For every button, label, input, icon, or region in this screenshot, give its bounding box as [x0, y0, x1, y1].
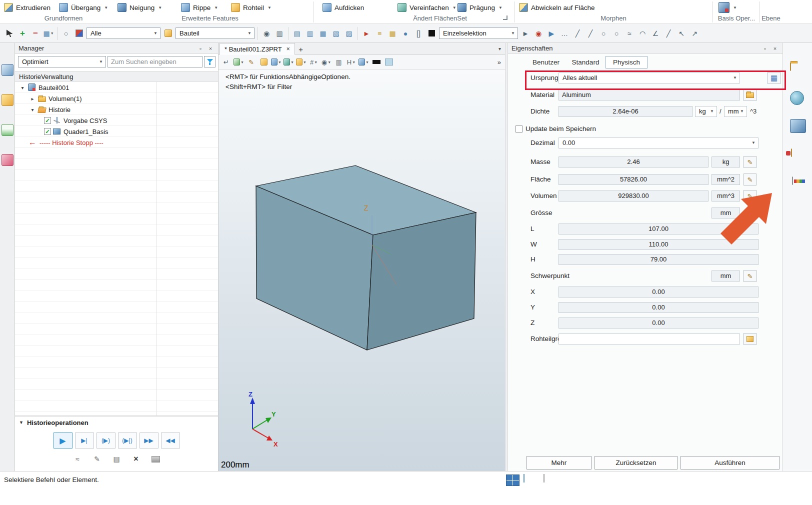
history-stop-arrow-icon[interactable]: ← [28, 138, 36, 147]
zuruecksetzen-button[interactable]: Zurücksetzen [594, 456, 678, 470]
checkbox-checked[interactable]: ✓ [44, 117, 51, 124]
arc-tool-icon[interactable]: ◠ [637, 28, 648, 39]
chevron-down-icon[interactable]: ▼ [104, 6, 108, 10]
flaeche-field[interactable]: 57826.00 [558, 174, 708, 185]
step-forward-button[interactable]: (▶) [96, 432, 116, 448]
history-operations-header[interactable]: ▼ Historieoperationen [15, 416, 218, 428]
table-view-icon[interactable] [506, 474, 520, 486]
grid-toggle-icon[interactable]: #▼ [308, 57, 319, 68]
step-to-button[interactable]: (▶|) [118, 432, 137, 448]
mass-unit-combo[interactable]: kg▼ [695, 106, 717, 117]
pick-last-icon[interactable]: ► [361, 28, 372, 39]
rohteil-field[interactable] [558, 334, 740, 344]
slash-tool-icon[interactable]: ╱ [663, 28, 674, 39]
material-field[interactable]: Aluminum [558, 90, 740, 100]
display-wireframe-icon[interactable]: ▥ [304, 28, 316, 39]
x-field[interactable]: 0.00 [558, 286, 758, 298]
filter-all-combo[interactable]: Alle▼ [86, 28, 160, 39]
render-image-icon[interactable] [2, 124, 14, 136]
masse-field[interactable]: 2.46 [558, 156, 708, 168]
monitor-view-icon[interactable] [524, 474, 524, 482]
library-box-icon[interactable] [790, 119, 806, 133]
snap-point-icon[interactable]: ◉ [533, 28, 544, 39]
ursprung-select[interactable]: Alles aktuell▼ [558, 72, 740, 84]
chevron-down-icon[interactable]: ▼ [268, 6, 272, 10]
fast-forward-button[interactable]: ▶▶ [140, 432, 158, 448]
ribbon-item-rippe[interactable]: Rippe ▼ [181, 2, 218, 13]
history-manager-icon[interactable] [2, 64, 14, 76]
close-icon[interactable]: × [206, 44, 214, 52]
delete-icon[interactable]: × [128, 452, 144, 466]
display-shaded-icon[interactable]: ▤ [292, 28, 302, 39]
section-view-icon[interactable]: H▼ [346, 57, 356, 68]
background-bar-icon[interactable] [371, 57, 382, 68]
caret-down-icon[interactable]: ▾ [29, 107, 36, 112]
exit-sketch-icon[interactable]: ↵ [221, 57, 232, 68]
document-tab[interactable]: * Bauteil001.Z3PRT × [220, 43, 295, 55]
display-section-icon[interactable]: ▧ [330, 28, 342, 39]
volumen-edit-button[interactable]: ✎ [744, 190, 756, 202]
add-icon[interactable]: + [17, 28, 28, 39]
ribbon-item-aufdicken[interactable]: Aufdicken [322, 2, 364, 13]
surface-quick-icon[interactable]: ▼ [284, 57, 294, 68]
more-dots-icon[interactable]: … [559, 28, 570, 39]
history-mode-combo[interactable]: Optimiert▼ [18, 56, 106, 68]
chevron-down-icon[interactable]: ▼ [452, 6, 456, 10]
shading-icon[interactable]: ▼ [358, 57, 369, 68]
mehr-button[interactable]: Mehr [526, 456, 592, 470]
rewind-button[interactable]: ◀◀ [161, 432, 180, 448]
ribbon-item-rohteil[interactable]: Rohteil ▼ [231, 2, 272, 13]
material-folder-icon[interactable] [791, 148, 792, 157]
breite-field[interactable]: 110.00 [558, 239, 758, 250]
line2-tool-icon[interactable]: ╱ [585, 28, 596, 39]
selection-mode-combo[interactable]: Einzelselektion▼ [439, 28, 518, 39]
key-icon[interactable] [2, 154, 14, 166]
sketch-pencil-icon[interactable]: ✎ [246, 57, 256, 68]
new-tab-button[interactable]: + [295, 44, 307, 54]
length-unit-combo[interactable]: mm▼ [724, 106, 747, 117]
volumen-field[interactable]: 929830.00 [558, 190, 708, 202]
chevron-down-icon[interactable]: ▼ [733, 6, 737, 10]
close-icon[interactable]: × [771, 44, 779, 52]
tab-close-icon[interactable]: × [286, 46, 290, 52]
laenge-field[interactable]: 107.00 [558, 224, 758, 234]
dialog-launcher-icon[interactable] [503, 16, 508, 20]
remove-icon[interactable]: − [30, 28, 41, 39]
ribbon-item-extrudieren[interactable]: Extrudieren [4, 2, 50, 13]
calculate-button[interactable]: ▦ [768, 72, 780, 84]
minimize-icon[interactable]: ▫ [761, 44, 769, 52]
tree-row-history-stop[interactable]: ← ----- Historie Stopp ---- [15, 137, 218, 148]
line-tool-icon[interactable]: ╱ [572, 28, 583, 39]
open-folder-icon[interactable] [790, 62, 791, 71]
ribbon-item-uebergang[interactable]: Übergang ▼ [59, 2, 108, 13]
tree-row-bauteil[interactable]: ▾ Bauteil001 [15, 82, 218, 93]
rohteil-pick-button[interactable] [744, 333, 756, 345]
spline-edit-icon[interactable]: ≈ [69, 452, 86, 466]
extrude-quick-icon[interactable] [258, 57, 269, 68]
caret-down-icon[interactable]: ▾ [19, 85, 26, 90]
solid-quick-icon[interactable]: ▼ [271, 57, 282, 68]
graphics-canvas[interactable]: <RMT> für FunktionsAbhängigeOptionen. <S… [218, 70, 505, 471]
edit-pencil-icon[interactable]: ✎ [88, 452, 106, 466]
chevron-down-icon[interactable]: ▼ [214, 6, 218, 10]
tab-physisch[interactable]: Physisch [606, 56, 648, 68]
hoehe-field[interactable]: 79.00 [558, 254, 758, 265]
color-printer-icon[interactable] [792, 176, 793, 185]
filter-button[interactable] [204, 56, 216, 68]
level-filter-icon[interactable] [162, 28, 174, 39]
play-filter-icon[interactable]: ▶ [546, 28, 557, 39]
chevron-down-icon[interactable]: ▼ [498, 6, 502, 10]
masse-edit-button[interactable]: ✎ [744, 156, 756, 168]
level-combo[interactable]: Bauteil▼ [176, 28, 254, 39]
tree-row-volumen[interactable]: ▸ Volumen(1) [15, 93, 218, 104]
play-button[interactable]: ▶ [54, 432, 72, 448]
pick-cursor-icon[interactable]: ► [520, 28, 531, 39]
update-checkbox[interactable] [516, 126, 522, 132]
search-input[interactable] [108, 56, 202, 68]
arrow-nw-icon[interactable]: ↖ [676, 28, 687, 39]
display-hidden-icon[interactable]: ▦ [318, 28, 328, 39]
hide-icon[interactable]: ▥ [274, 28, 285, 39]
display-analyze-icon[interactable]: ▨ [344, 28, 354, 39]
black-square-icon[interactable] [426, 28, 437, 39]
tab-benutzer[interactable]: Benutzer [526, 56, 566, 68]
